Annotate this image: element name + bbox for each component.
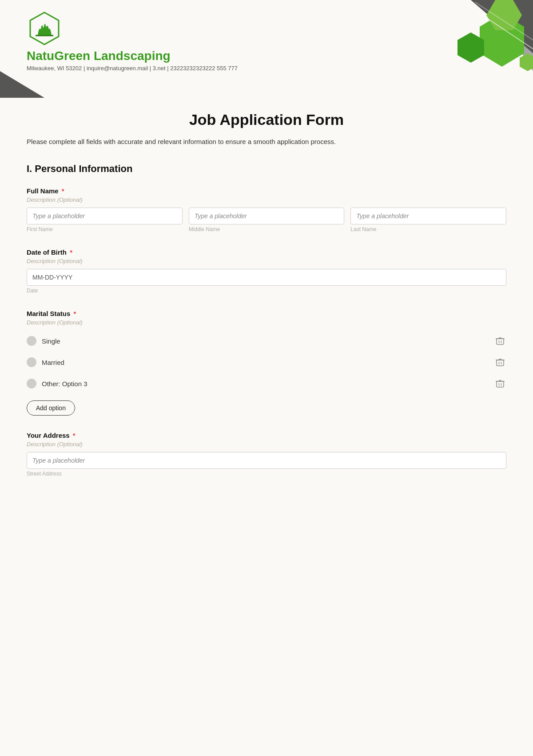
dob-input[interactable] (27, 269, 506, 286)
company-logo-icon (27, 11, 62, 46)
form-title: Job Application Form (27, 111, 506, 128)
address-sublabel: Street Address (27, 471, 506, 477)
full-name-description: Description (Optional) (27, 196, 506, 203)
radio-label-single: Single (42, 337, 60, 345)
main-content: Job Application Form Please complete all… (0, 98, 533, 520)
middle-name-input[interactable] (189, 208, 345, 224)
first-name-sublabel: First Name (27, 226, 183, 232)
address-field: Your Address * Description (Optional) St… (27, 432, 506, 477)
date-of-birth-field: Date of Birth * Description (Optional) D… (27, 248, 506, 294)
delete-option-married-icon[interactable] (494, 356, 506, 368)
full-name-label: Full Name * (27, 187, 506, 195)
marital-status-label: Marital Status * (27, 310, 506, 317)
add-option-button[interactable]: Add option (27, 400, 75, 416)
company-details: Milwaukee, WI 53202 | inquire@natugreen.… (27, 65, 238, 72)
last-name-input[interactable] (350, 208, 506, 224)
section1-title: I. Personal Information (27, 163, 506, 175)
radio-option-married-left: Married (27, 357, 64, 367)
svg-rect-16 (497, 360, 504, 366)
first-name-wrapper: First Name (27, 208, 183, 232)
middle-name-wrapper: Middle Name (189, 208, 345, 232)
radio-label-married: Married (42, 359, 64, 366)
dob-required-indicator: * (70, 248, 72, 256)
street-address-input[interactable] (27, 452, 506, 469)
radio-button-other[interactable] (27, 379, 36, 388)
radio-label-other: Other: Option 3 (42, 380, 88, 388)
delete-option-single-icon[interactable] (494, 335, 506, 347)
last-name-wrapper: Last Name (350, 208, 506, 232)
first-name-input[interactable] (27, 208, 183, 224)
marital-required-indicator: * (74, 310, 76, 317)
marital-description: Description (Optional) (27, 319, 506, 326)
svg-rect-21 (497, 381, 504, 387)
dob-input-wrapper: Date (27, 269, 506, 294)
required-indicator: * (62, 187, 64, 195)
svg-rect-11 (497, 339, 504, 344)
header-dark-triangle (0, 71, 44, 98)
header-decor (382, 0, 533, 98)
page-header: NatuGreen Landscaping Milwaukee, WI 5320… (0, 0, 533, 98)
full-name-field: Full Name * Description (Optional) First… (27, 187, 506, 232)
address-input-wrapper: Street Address (27, 452, 506, 477)
last-name-sublabel: Last Name (350, 226, 506, 232)
svg-marker-8 (0, 71, 44, 98)
address-label: Your Address * (27, 432, 506, 439)
full-name-inputs: First Name Middle Name Last Name (27, 208, 506, 232)
radio-button-married[interactable] (27, 357, 36, 367)
company-name: NatuGreen Landscaping (27, 49, 171, 63)
middle-name-sublabel: Middle Name (189, 226, 345, 232)
address-required-indicator: * (73, 432, 76, 439)
list-item: Single (27, 330, 506, 352)
list-item: Married (27, 352, 506, 373)
dob-description: Description (Optional) (27, 258, 506, 264)
marital-status-options: Single Married (27, 330, 506, 394)
list-item: Other: Option 3 (27, 373, 506, 394)
marital-status-field: Marital Status * Description (Optional) … (27, 310, 506, 416)
form-description: Please complete all fields with accurate… (27, 136, 506, 147)
dob-sublabel: Date (27, 288, 506, 294)
svg-marker-5 (520, 53, 533, 71)
dob-label: Date of Birth * (27, 248, 506, 256)
radio-option-single-left: Single (27, 336, 60, 346)
delete-option-other-icon[interactable] (494, 377, 506, 390)
radio-button-single[interactable] (27, 336, 36, 346)
radio-option-other-left: Other: Option 3 (27, 379, 88, 388)
address-description: Description (Optional) (27, 441, 506, 448)
